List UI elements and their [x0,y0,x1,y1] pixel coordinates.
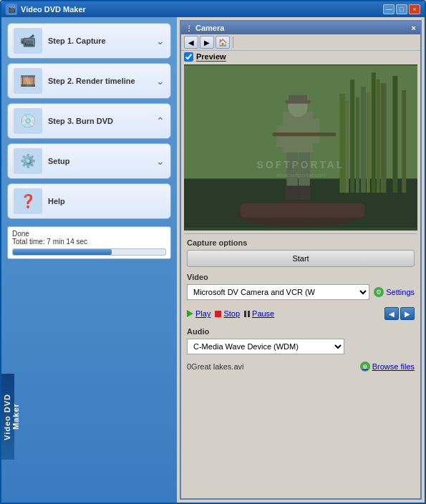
svg-rect-19 [283,112,312,152]
step3-label: Step 3. Burn DVD [48,117,156,125]
play-icon [187,310,193,317]
video-device-row: Microsoft DV Camera and VCR (W ⚙ Setting… [187,284,415,300]
start-button[interactable]: Start [187,250,415,267]
audio-device-select[interactable]: C-Media Wave Device (WDM) [187,339,344,354]
video-preview: SOFTPORTAL www.softportal.com [184,64,417,231]
svg-text:www.softportal.com: www.softportal.com [276,172,326,178]
status-box: Done Total time: 7 min 14 sec [7,226,171,259]
sidebar: 📹 Step 1. Capture ⌄ 🎞️ Step 2. Render ti… [1,17,177,503]
camera-toolbar: ◀ ▶ 🏠 [181,34,420,51]
forward-button[interactable]: ▶ [200,36,214,49]
back-button[interactable]: ◀ [184,36,198,49]
audio-section-title: Audio [187,327,415,336]
nav-next-button[interactable]: ▶ [400,307,415,320]
settings-label: Settings [386,288,415,296]
step3-icon: 💿 [14,108,42,134]
step2-icon: 🎞️ [14,68,42,94]
svg-rect-24 [311,118,320,143]
step1-label: Step 1. Capture [48,37,156,45]
app-icon: 🎬 [6,4,17,15]
minimize-button[interactable]: — [383,4,394,14]
step3-chevron-up-icon: ⌃ [156,115,165,127]
help-button[interactable]: ❓ Help [7,183,171,219]
step1-button[interactable]: 📹 Step 1. Capture ⌄ [7,23,171,59]
video-scene: SOFTPORTAL www.softportal.com [184,64,417,229]
svg-rect-14 [241,203,364,218]
right-panel: ⋮ Camera × ◀ ▶ 🏠 Preview [177,17,425,503]
nav-group: ◀ ▶ [384,307,415,320]
preview-checkbox[interactable] [184,52,193,62]
nav-prev-button[interactable]: ◀ [384,307,399,320]
pause-label: Pause [252,309,274,318]
file-section: 0Great lakes.avi ⊕ Browse files [181,357,420,376]
capture-section: Capture options Start [181,236,420,270]
play-button[interactable]: Play [187,309,210,318]
browse-label: Browse files [372,362,415,371]
help-icon: ❓ [14,188,42,214]
step3-button[interactable]: 💿 Step 3. Burn DVD ⌃ [7,103,171,139]
svg-rect-2 [339,94,345,193]
camera-title-bar: ⋮ Camera × [181,21,420,34]
home-button[interactable]: 🏠 [216,36,230,49]
main-window: 🎬 Video DVD Maker — □ × 📹 Step 1. Captur… [0,0,426,504]
capture-section-title: Capture options [187,238,415,247]
svg-rect-9 [345,101,349,193]
preview-area: Preview [181,51,420,63]
close-button[interactable]: × [409,4,420,14]
setup-arrow-icon: ⌄ [156,155,165,167]
audio-section: Audio C-Media Wave Device (WDM) [181,324,420,357]
svg-rect-17 [285,185,298,200]
svg-rect-11 [367,92,370,193]
camera-window: ⋮ Camera × ◀ ▶ 🏠 Preview [180,20,422,500]
svg-rect-12 [377,79,380,193]
svg-rect-22 [285,100,311,104]
main-content: 📹 Step 1. Capture ⌄ 🎞️ Step 2. Render ti… [1,17,425,503]
step2-arrow-icon: ⌄ [156,75,165,87]
divider1 [184,233,417,234]
svg-rect-18 [298,185,311,200]
svg-rect-6 [381,83,387,193]
toolbar-separator [233,37,233,48]
step1-arrow-icon: ⌄ [156,35,165,47]
video-section: Video Microsoft DV Camera and VCR (W ⚙ S… [181,270,420,303]
window-title: Video DVD Maker [21,5,383,14]
maximize-button[interactable]: □ [396,4,407,14]
camera-title-text: Camera [195,24,412,32]
play-label: Play [195,309,210,318]
svg-rect-21 [289,95,307,101]
svg-text:SOFTPORTAL: SOFTPORTAL [257,159,344,170]
settings-button[interactable]: ⚙ Settings [374,287,415,297]
window-controls: — □ × [383,4,420,14]
sidebar-vertical-label: Video DVD Maker [1,374,14,460]
status-line2: Total time: 7 min 14 sec [12,238,166,246]
stop-label: Stop [223,309,240,318]
svg-rect-8 [402,90,406,193]
camera-close-button[interactable]: × [412,24,416,32]
video-section-title: Video [187,273,415,281]
svg-rect-5 [372,72,376,193]
svg-rect-10 [356,97,359,193]
pause-icon [244,311,250,317]
title-bar: 🎬 Video DVD Maker — □ × [1,1,425,17]
svg-rect-7 [392,76,397,193]
stop-icon [215,311,221,317]
help-label: Help [48,197,165,205]
svg-rect-4 [361,87,366,193]
svg-rect-23 [276,125,284,147]
setup-label: Setup [48,157,156,165]
pause-button[interactable]: Pause [244,309,274,318]
browse-files-button[interactable]: ⊕ Browse files [360,362,415,372]
progress-bar-fill [13,249,112,255]
step1-icon: 📹 [14,28,42,54]
video-device-select[interactable]: Microsoft DV Camera and VCR (W [187,284,369,300]
step2-button[interactable]: 🎞️ Step 2. Render timeline ⌄ [7,63,171,99]
progress-bar-container [12,248,166,256]
status-line1: Done [12,230,166,238]
stop-button[interactable]: Stop [215,309,240,318]
setup-button[interactable]: ⚙️ Setup ⌄ [7,143,171,179]
settings-icon: ⚙ [374,287,384,297]
setup-icon: ⚙️ [14,148,42,174]
svg-rect-25 [272,132,336,136]
svg-rect-3 [350,79,354,193]
transport-row: Play Stop Pause ◀ [181,303,420,324]
